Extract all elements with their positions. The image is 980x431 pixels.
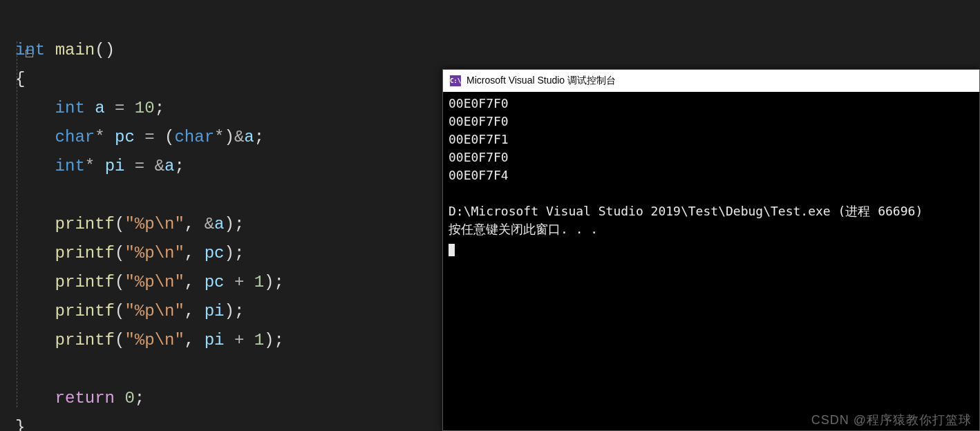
fold-gutter[interactable] <box>0 7 14 94</box>
identifier-a: a <box>95 99 104 117</box>
indent <box>15 273 55 291</box>
identifier-pi: pi <box>105 157 125 175</box>
op-star: * <box>85 157 95 175</box>
indent <box>15 302 55 320</box>
string-fmt: "%p\n" <box>124 302 184 320</box>
punct-comma: , <box>185 273 194 291</box>
string-fmt: "%p\n" <box>124 331 184 349</box>
identifier-main: main <box>55 41 95 59</box>
call-printf: printf <box>55 244 115 262</box>
identifier-pc: pc <box>205 244 225 262</box>
op-star: * <box>214 128 224 146</box>
indent <box>15 99 55 117</box>
indent <box>15 331 55 349</box>
punct-semi: ; <box>274 331 284 349</box>
punct-comma: , <box>185 302 194 320</box>
identifier-pc: pc <box>115 128 135 146</box>
op-plus: + <box>234 273 244 291</box>
punct-comma: , <box>185 331 194 349</box>
identifier-pi: pi <box>205 302 225 320</box>
keyword-int: int <box>15 41 45 59</box>
code-area[interactable]: int main() { int a = 10; char* pc = (cha… <box>15 7 284 431</box>
op-plus: + <box>234 331 244 349</box>
punct-rparen: ) <box>264 273 274 291</box>
punct-lbrace: { <box>15 70 25 88</box>
punct-semi: ; <box>234 302 244 320</box>
op-eq: = <box>144 128 154 146</box>
punct-lparen: ( <box>164 128 174 146</box>
console-cursor <box>449 244 455 256</box>
console-line: 00E0F7F0 <box>449 150 509 164</box>
punct-semi: ; <box>234 244 244 262</box>
keyword-int: int <box>55 99 85 117</box>
call-printf: printf <box>55 331 115 349</box>
punct-lparen: ( <box>115 273 124 291</box>
console-titlebar[interactable]: C:\ Microsoft Visual Studio 调试控制台 <box>443 70 979 92</box>
console-line: D:\Microsoft Visual Studio 2019\Test\Deb… <box>449 204 923 218</box>
call-printf: printf <box>55 273 115 291</box>
console-line: 00E0F7F1 <box>449 132 509 146</box>
console-line: 00E0F7F0 <box>449 96 509 111</box>
punct-comma: , <box>185 215 194 233</box>
punct-rparen: ) <box>105 41 115 59</box>
punct-lparen: ( <box>115 302 124 320</box>
identifier-a: a <box>244 128 254 146</box>
debug-console-window[interactable]: C:\ Microsoft Visual Studio 调试控制台 00E0F7… <box>442 69 980 431</box>
number-1: 1 <box>254 273 264 291</box>
punct-rbrace: } <box>15 418 25 431</box>
punct-comma: , <box>185 244 194 262</box>
keyword-int: int <box>55 157 85 175</box>
string-fmt: "%p\n" <box>124 215 184 233</box>
console-line: 00E0F7F4 <box>449 168 509 182</box>
punct-semi: ; <box>254 128 264 146</box>
punct-rparen: ) <box>224 302 234 320</box>
keyword-return: return <box>55 389 115 408</box>
indent <box>15 128 55 146</box>
console-output[interactable]: 00E0F7F0 00E0F7F0 00E0F7F1 00E0F7F0 00E0… <box>443 92 979 259</box>
op-amp: & <box>155 157 164 175</box>
punct-lparen: ( <box>115 331 124 349</box>
watermark-text: CSDN @程序猿教你打篮球 <box>811 412 972 428</box>
indent <box>15 215 55 233</box>
punct-rparen: ) <box>264 331 274 349</box>
call-printf: printf <box>55 215 115 233</box>
console-line: 按任意键关闭此窗口. . . <box>449 222 598 236</box>
string-fmt: "%p\n" <box>124 273 184 291</box>
punct-rparen: ) <box>224 244 234 262</box>
number-1: 1 <box>254 331 264 349</box>
identifier-pi: pi <box>205 331 225 349</box>
indent <box>15 157 55 175</box>
call-printf: printf <box>55 302 115 320</box>
keyword-char: char <box>55 128 95 146</box>
punct-semi: ; <box>155 99 164 117</box>
punct-semi: ; <box>274 273 284 291</box>
string-fmt: "%p\n" <box>124 244 184 262</box>
punct-lparen: ( <box>95 41 104 59</box>
punct-semi: ; <box>234 215 244 233</box>
op-eq: = <box>135 157 144 175</box>
indent <box>15 389 55 408</box>
punct-semi: ; <box>135 389 144 408</box>
punct-rparen: ) <box>224 215 234 233</box>
punct-rparen: ) <box>224 128 234 146</box>
op-amp: & <box>234 128 244 146</box>
op-amp: & <box>205 215 214 233</box>
indent <box>15 244 55 262</box>
console-line: 00E0F7F0 <box>449 114 509 128</box>
number-10: 10 <box>135 99 155 117</box>
op-eq: = <box>115 99 124 117</box>
identifier-a: a <box>164 157 174 175</box>
identifier-pc: pc <box>205 273 225 291</box>
vs-console-icon: C:\ <box>450 75 461 86</box>
console-title: Microsoft Visual Studio 调试控制台 <box>467 75 616 87</box>
punct-lparen: ( <box>115 215 124 233</box>
keyword-char: char <box>174 128 214 146</box>
number-0: 0 <box>124 389 134 408</box>
identifier-a: a <box>214 215 224 233</box>
op-star: * <box>95 128 104 146</box>
punct-semi: ; <box>174 157 184 175</box>
punct-lparen: ( <box>115 244 124 262</box>
